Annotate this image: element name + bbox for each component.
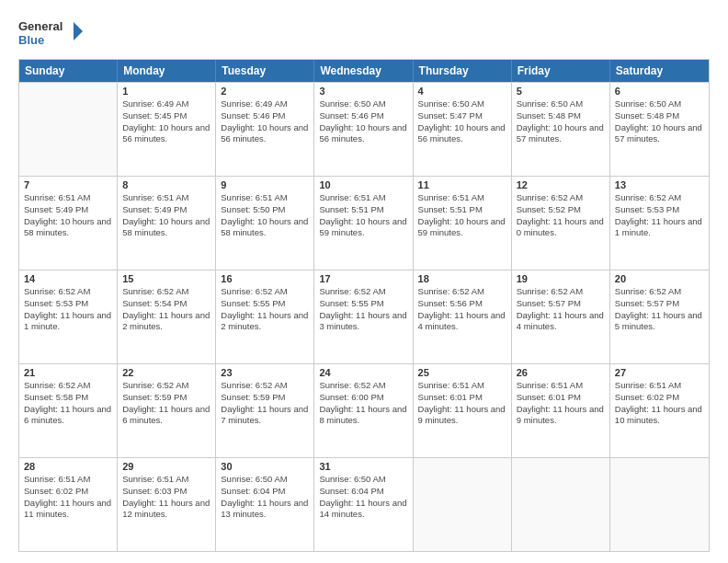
daylight-text: Daylight: 11 hours and 1 minute.: [24, 310, 112, 334]
header-day-thursday: Thursday: [414, 60, 512, 82]
calendar-week-1: 1Sunrise: 6:49 AMSunset: 5:45 PMDaylight…: [19, 82, 709, 176]
day-cell-12: 12Sunrise: 6:52 AMSunset: 5:52 PMDayligh…: [512, 177, 610, 270]
day-cell-18: 18Sunrise: 6:52 AMSunset: 5:56 PMDayligh…: [414, 270, 512, 363]
day-cell-26: 26Sunrise: 6:51 AMSunset: 6:01 PMDayligh…: [512, 364, 610, 457]
sunset-text: Sunset: 5:57 PM: [517, 298, 605, 310]
sunset-text: Sunset: 5:53 PM: [615, 204, 704, 216]
day-number: 15: [122, 273, 210, 284]
sunset-text: Sunset: 6:03 PM: [122, 486, 210, 498]
header-day-friday: Friday: [512, 60, 610, 82]
daylight-text: Daylight: 10 hours and 59 minutes.: [319, 216, 407, 240]
daylight-text: Daylight: 11 hours and 2 minutes.: [122, 310, 210, 334]
day-cell-31: 31Sunrise: 6:50 AMSunset: 6:04 PMDayligh…: [314, 458, 413, 551]
day-number: 10: [319, 179, 407, 190]
day-cell-7: 7Sunrise: 6:51 AMSunset: 5:49 PMDaylight…: [19, 177, 118, 270]
sunrise-text: Sunrise: 6:50 AM: [517, 98, 605, 110]
day-cell-6: 6Sunrise: 6:50 AMSunset: 5:48 PMDaylight…: [610, 83, 709, 176]
sunset-text: Sunset: 5:53 PM: [24, 298, 112, 310]
sunset-text: Sunset: 5:56 PM: [418, 298, 506, 310]
day-cell-5: 5Sunrise: 6:50 AMSunset: 5:48 PMDaylight…: [512, 83, 610, 176]
svg-marker-2: [74, 22, 83, 40]
day-number: 16: [221, 273, 309, 284]
daylight-text: Daylight: 11 hours and 10 minutes.: [615, 404, 704, 428]
day-cell-10: 10Sunrise: 6:51 AMSunset: 5:51 PMDayligh…: [314, 177, 413, 270]
sunset-text: Sunset: 5:55 PM: [319, 298, 407, 310]
sunrise-text: Sunrise: 6:52 AM: [418, 286, 506, 298]
calendar-week-5: 28Sunrise: 6:51 AMSunset: 6:02 PMDayligh…: [19, 457, 709, 551]
sunrise-text: Sunrise: 6:52 AM: [122, 380, 210, 392]
sunrise-text: Sunrise: 6:51 AM: [122, 474, 210, 486]
day-cell-4: 4Sunrise: 6:50 AMSunset: 5:47 PMDaylight…: [414, 83, 512, 176]
sunrise-text: Sunrise: 6:50 AM: [418, 98, 506, 110]
day-cell-19: 19Sunrise: 6:52 AMSunset: 5:57 PMDayligh…: [512, 270, 610, 363]
calendar-week-4: 21Sunrise: 6:52 AMSunset: 5:58 PMDayligh…: [19, 363, 709, 457]
day-number: 30: [221, 461, 309, 472]
sunrise-text: Sunrise: 6:52 AM: [24, 380, 112, 392]
sunrise-text: Sunrise: 6:52 AM: [517, 192, 605, 204]
daylight-text: Daylight: 11 hours and 9 minutes.: [418, 404, 506, 428]
sunrise-text: Sunrise: 6:52 AM: [122, 286, 210, 298]
sunrise-text: Sunrise: 6:52 AM: [615, 286, 704, 298]
sunset-text: Sunset: 6:01 PM: [418, 392, 506, 404]
day-number: 9: [221, 179, 309, 190]
empty-cell: [512, 458, 610, 551]
logo: General Blue: [18, 15, 83, 52]
sunset-text: Sunset: 6:04 PM: [319, 486, 407, 498]
day-cell-11: 11Sunrise: 6:51 AMSunset: 5:51 PMDayligh…: [414, 177, 512, 270]
sunrise-text: Sunrise: 6:49 AM: [221, 98, 309, 110]
daylight-text: Daylight: 10 hours and 58 minutes.: [24, 216, 112, 240]
sunset-text: Sunset: 5:50 PM: [221, 204, 309, 216]
day-number: 29: [122, 461, 210, 472]
day-number: 23: [221, 367, 309, 378]
header-day-sunday: Sunday: [19, 60, 118, 82]
day-number: 19: [517, 273, 605, 284]
day-number: 20: [615, 273, 704, 284]
day-number: 18: [418, 273, 506, 284]
header-day-saturday: Saturday: [610, 60, 709, 82]
day-cell-1: 1Sunrise: 6:49 AMSunset: 5:45 PMDaylight…: [118, 83, 216, 176]
day-number: 8: [122, 179, 210, 190]
day-cell-14: 14Sunrise: 6:52 AMSunset: 5:53 PMDayligh…: [19, 270, 118, 363]
daylight-text: Daylight: 10 hours and 56 minutes.: [122, 122, 210, 146]
sunrise-text: Sunrise: 6:50 AM: [319, 98, 407, 110]
sunrise-text: Sunrise: 6:51 AM: [221, 192, 309, 204]
day-number: 24: [319, 367, 407, 378]
day-cell-25: 25Sunrise: 6:51 AMSunset: 6:01 PMDayligh…: [414, 364, 512, 457]
header-day-tuesday: Tuesday: [216, 60, 314, 82]
empty-cell: [19, 83, 118, 176]
daylight-text: Daylight: 11 hours and 9 minutes.: [517, 404, 605, 428]
calendar-header: SundayMondayTuesdayWednesdayThursdayFrid…: [19, 60, 709, 82]
day-cell-28: 28Sunrise: 6:51 AMSunset: 6:02 PMDayligh…: [19, 458, 118, 551]
daylight-text: Daylight: 11 hours and 7 minutes.: [221, 404, 309, 428]
day-number: 1: [122, 86, 210, 97]
day-number: 21: [24, 367, 112, 378]
day-number: 25: [418, 367, 506, 378]
daylight-text: Daylight: 11 hours and 14 minutes.: [319, 498, 407, 522]
day-number: 5: [517, 86, 605, 97]
daylight-text: Daylight: 11 hours and 4 minutes.: [418, 310, 506, 334]
day-number: 14: [24, 273, 112, 284]
daylight-text: Daylight: 11 hours and 3 minutes.: [319, 310, 407, 334]
sunset-text: Sunset: 5:51 PM: [418, 204, 506, 216]
day-number: 27: [615, 367, 704, 378]
sunrise-text: Sunrise: 6:51 AM: [122, 192, 210, 204]
day-number: 26: [517, 367, 605, 378]
sunrise-text: Sunrise: 6:52 AM: [221, 380, 309, 392]
day-number: 31: [319, 461, 407, 472]
day-cell-9: 9Sunrise: 6:51 AMSunset: 5:50 PMDaylight…: [216, 177, 314, 270]
sunrise-text: Sunrise: 6:51 AM: [319, 192, 407, 204]
day-cell-17: 17Sunrise: 6:52 AMSunset: 5:55 PMDayligh…: [314, 270, 413, 363]
calendar-body: 1Sunrise: 6:49 AMSunset: 5:45 PMDaylight…: [19, 82, 709, 551]
daylight-text: Daylight: 10 hours and 58 minutes.: [221, 216, 309, 240]
day-cell-15: 15Sunrise: 6:52 AMSunset: 5:54 PMDayligh…: [118, 270, 216, 363]
sunrise-text: Sunrise: 6:52 AM: [319, 380, 407, 392]
daylight-text: Daylight: 11 hours and 2 minutes.: [221, 310, 309, 334]
daylight-text: Daylight: 10 hours and 57 minutes.: [615, 122, 704, 146]
sunset-text: Sunset: 5:47 PM: [418, 110, 506, 122]
sunset-text: Sunset: 5:57 PM: [615, 298, 704, 310]
daylight-text: Daylight: 10 hours and 57 minutes.: [517, 122, 605, 146]
daylight-text: Daylight: 11 hours and 4 minutes.: [517, 310, 605, 334]
daylight-text: Daylight: 11 hours and 1 minute.: [615, 216, 704, 240]
svg-text:Blue: Blue: [18, 33, 44, 47]
sunrise-text: Sunrise: 6:51 AM: [418, 192, 506, 204]
